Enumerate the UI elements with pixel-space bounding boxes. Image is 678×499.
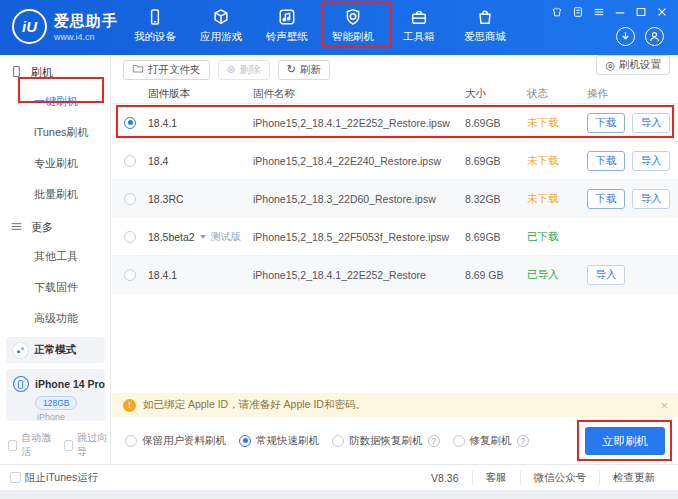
help-icon[interactable]: ? — [428, 435, 440, 447]
i4-logo-icon: iU — [12, 9, 47, 44]
app-window: iU 爱思助手 www.i4.cn 我的设备 应用游戏 铃声壁纸 智能刷机 — [0, 0, 678, 499]
firmware-row-3[interactable]: 18.3RC iPhone15,2_18.3_22D60_Restore.ips… — [112, 180, 678, 218]
apple-id-notice: ! 如已绑定 Apple ID，请准备好 Apple ID和密码。 × — [112, 393, 678, 417]
main-content: 打开文件夹 ⊗ 删除 ↻ 刷新 ◎ 刷机设置 固件版本 固件名称 大小 状态 操… — [112, 55, 678, 464]
sidebar-item-download-firmware[interactable]: 下载固件 — [0, 272, 110, 303]
status-bar: 阻止iTunes运行 V8.36 客服 微信公众号 检查更新 — [0, 464, 678, 490]
device-card[interactable]: iPhone 14 Pro 128GB iPhone — [6, 369, 105, 421]
notice-close-icon[interactable]: × — [660, 398, 668, 413]
sidebar-section-flash: 刷机 — [0, 55, 110, 86]
nav-i4-mall[interactable]: 爱思商城 — [452, 8, 518, 44]
col-operation: 操作 — [585, 87, 678, 101]
firmware-row-4[interactable]: 18.5beta2 测试版 iPhone15,2_18.5_22F5053f_R… — [112, 218, 678, 256]
phone-icon — [146, 8, 164, 26]
status-badge: 已导入 — [527, 268, 585, 282]
delete-circle-icon: ⊗ — [227, 64, 236, 75]
download-button[interactable]: 下载 — [587, 113, 625, 133]
sidebar-item-other-tools[interactable]: 其他工具 — [0, 241, 110, 272]
nav-smart-flash[interactable]: 智能刷机 — [320, 8, 386, 44]
phone-outline-icon — [10, 65, 23, 80]
delete-button[interactable]: ⊗ 删除 — [218, 60, 270, 80]
list-icon — [10, 220, 23, 235]
iphone-icon — [13, 376, 29, 392]
import-button[interactable]: 导入 — [632, 151, 670, 171]
sidebar-item-pro-flash[interactable]: 专业刷机 — [0, 148, 110, 179]
feedback-note-icon[interactable] — [572, 6, 584, 18]
radio-unselected[interactable] — [124, 193, 136, 205]
app-logo: iU 爱思助手 www.i4.cn — [12, 9, 118, 44]
header-quick-actions — [616, 27, 664, 46]
refresh-button[interactable]: ↻ 刷新 — [278, 60, 330, 80]
radio-unselected[interactable] — [124, 269, 136, 281]
app-url: www.i4.cn — [54, 32, 118, 42]
firmware-row-2[interactable]: 18.4 iPhone15,2_18.4_22E240_Restore.ipsw… — [112, 142, 678, 180]
radio-selected[interactable] — [124, 117, 136, 129]
download-manager-icon[interactable] — [616, 27, 635, 46]
beta-tag: 测试版 — [211, 230, 241, 244]
maximize-icon[interactable] — [635, 6, 647, 18]
customer-service-link[interactable]: 客服 — [472, 471, 520, 485]
block-itunes-checkbox[interactable]: 阻止iTunes运行 — [10, 471, 98, 485]
nav-apps-games[interactable]: 应用游戏 — [188, 8, 254, 44]
option-keep-user-data[interactable]: 保留用户资料刷机 — [125, 434, 226, 448]
sidebar-item-advanced[interactable]: 高级功能 — [0, 303, 110, 334]
nav-my-devices[interactable]: 我的设备 — [122, 8, 188, 44]
menu-icon[interactable] — [593, 6, 605, 18]
status-badge: 未下载 — [527, 154, 585, 168]
option-normal-fast-flash[interactable]: 常规快速刷机 — [239, 434, 319, 448]
open-folder-button[interactable]: 打开文件夹 — [123, 60, 210, 80]
flash-now-button[interactable]: 立即刷机 — [585, 427, 665, 455]
download-button[interactable]: 下载 — [587, 151, 625, 171]
flash-options-bar: 保留用户资料刷机 常规快速刷机 防数据恢复刷机 ? 修复刷机 ? 立即刷机 — [112, 417, 678, 464]
mode-dots-icon — [13, 343, 28, 358]
wechat-official-link[interactable]: 微信公众号 — [520, 471, 600, 485]
radio-unselected[interactable] — [124, 155, 136, 167]
close-icon[interactable] — [656, 6, 668, 18]
shopping-bag-icon — [476, 8, 494, 26]
chevron-down-icon[interactable] — [200, 235, 206, 239]
warning-icon: ! — [123, 399, 136, 412]
folder-icon — [132, 63, 144, 76]
import-button[interactable]: 导入 — [632, 189, 670, 209]
option-repair-flash[interactable]: 修复刷机 ? — [453, 434, 529, 448]
download-button[interactable]: 下载 — [587, 189, 625, 209]
status-badge: 未下载 — [527, 192, 585, 206]
status-badge: 已下载 — [527, 230, 585, 244]
sidebar-item-itunes-flash[interactable]: iTunes刷机 — [0, 117, 110, 148]
minimize-icon[interactable] — [614, 6, 626, 18]
table-header: 固件版本 固件名称 大小 状态 操作 — [112, 84, 678, 104]
sidebar: 刷机 一键刷机 iTunes刷机 专业刷机 批量刷机 更多 其他工具 下载固件 … — [0, 55, 111, 464]
col-status: 状态 — [527, 87, 585, 101]
theme-icon[interactable] — [551, 6, 563, 18]
sidebar-section-more: 更多 — [0, 210, 110, 241]
radio-unselected[interactable] — [124, 231, 136, 243]
col-firmware-version: 固件版本 — [148, 87, 253, 101]
option-anti-data-recovery[interactable]: 防数据恢复刷机 ? — [332, 434, 440, 448]
col-firmware-name: 固件名称 — [253, 87, 465, 101]
import-button[interactable]: 导入 — [632, 113, 670, 133]
auto-activate-checkbox[interactable]: 自动激活 — [8, 431, 54, 459]
device-capacity-badge: 128GB — [35, 396, 77, 410]
main-nav: 我的设备 应用游戏 铃声壁纸 智能刷机 工具箱 爱思商城 — [122, 8, 518, 44]
firmware-row-5[interactable]: 18.4.1 iPhone15,2_18.4.1_22E252_Restore … — [112, 256, 678, 294]
check-update-link[interactable]: 检查更新 — [599, 471, 668, 485]
device-family: iPhone — [37, 412, 105, 422]
user-account-icon[interactable] — [645, 27, 664, 46]
flash-settings-button[interactable]: ◎ 刷机设置 — [596, 55, 670, 75]
app-title: 爱思助手 — [54, 12, 118, 31]
firmware-toolbar: 打开文件夹 ⊗ 删除 ↻ 刷新 ◎ 刷机设置 — [112, 55, 678, 84]
firmware-row-1[interactable]: 18.4.1 iPhone15,2_18.4.1_22E252_Restore.… — [112, 104, 678, 142]
toolbox-icon — [410, 8, 428, 26]
nav-toolbox[interactable]: 工具箱 — [386, 8, 452, 44]
sidebar-options: 自动激活 跳过向导 — [8, 431, 110, 459]
device-mode-card[interactable]: 正常模式 — [6, 337, 105, 363]
status-badge: 未下载 — [527, 116, 585, 130]
cube-icon — [212, 8, 230, 26]
sidebar-item-one-click-flash[interactable]: 一键刷机 — [0, 86, 110, 117]
nav-ringtones-wallpapers[interactable]: 铃声壁纸 — [254, 8, 320, 44]
import-button[interactable]: 导入 — [587, 265, 625, 285]
sidebar-item-batch-flash[interactable]: 批量刷机 — [0, 179, 110, 210]
skip-wizard-checkbox[interactable]: 跳过向导 — [64, 431, 110, 459]
window-bottom-edge — [0, 490, 678, 499]
help-icon[interactable]: ? — [517, 435, 529, 447]
